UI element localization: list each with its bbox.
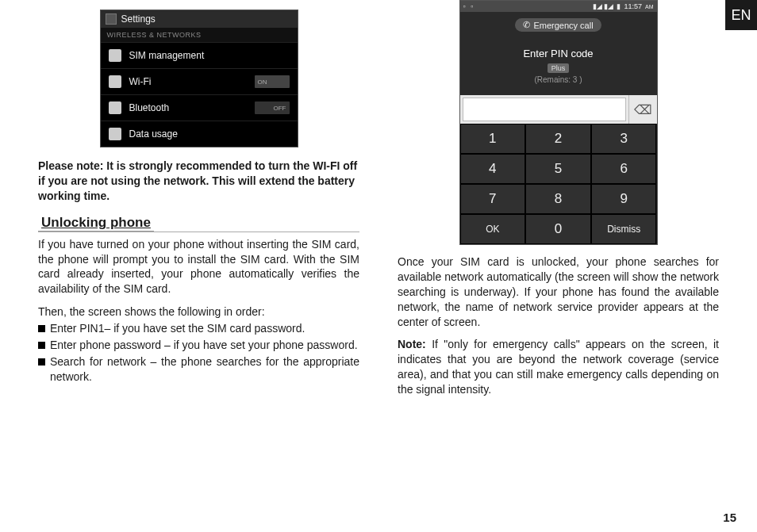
right-column: ▫ ▫ ▮◢ ▮◢ ▮ 11:57 AM ✆ Emergency call En… [398, 0, 719, 405]
signal-icon: ▮◢ ▮◢ [593, 2, 614, 10]
status-ampm: AM [645, 4, 654, 10]
key-1[interactable]: 1 [460, 124, 526, 154]
wifi-toggle[interactable]: ON [255, 75, 290, 88]
pin-input-row: ⌫ [460, 95, 657, 124]
sim-management-row[interactable]: SIM management [101, 42, 298, 68]
language-tab: EN [725, 0, 757, 30]
key-0[interactable]: 0 [525, 214, 591, 244]
bluetooth-icon [109, 101, 121, 114]
list-item: Search for network – the phone searches … [38, 354, 359, 385]
wifi-row[interactable]: Wi-Fi ON [101, 68, 298, 94]
key-dismiss[interactable]: Dismiss [591, 214, 657, 244]
status-time: 11:57 [624, 2, 642, 10]
remains-label: (Remains: 3 ) [460, 75, 657, 84]
right-para-1: Once your SIM card is unlocked, your pho… [398, 255, 719, 329]
key-2[interactable]: 2 [525, 124, 591, 154]
key-3[interactable]: 3 [591, 124, 657, 154]
page-number: 15 [723, 511, 736, 524]
unlocking-steps-list: Enter PIN1– if you have set the SIM card… [38, 321, 359, 385]
backspace-button[interactable]: ⌫ [628, 95, 657, 124]
data-usage-icon [109, 128, 121, 140]
settings-category: WIRELESS & NETWORKS [101, 28, 298, 42]
battery-icon: ▮ [617, 2, 621, 10]
unlocking-para-2: Then, the screen shows the following in … [38, 304, 359, 320]
backspace-icon: ⌫ [634, 102, 652, 117]
note-label: Note: [398, 338, 426, 350]
pin-keypad: 1 2 3 4 5 6 7 8 9 OK 0 Dismiss [460, 124, 657, 244]
bullet-text-2: Enter phone password – if you have set y… [50, 338, 359, 353]
right-note: Note: If "only for emergency calls" appe… [398, 337, 719, 397]
bullet-text-1: Enter PIN1– if you have set the SIM card… [50, 321, 359, 336]
section-title-unlocking: Unlocking phone [38, 215, 154, 232]
pin-prompt: Enter PIN code Plus (Remains: 3 ) [460, 40, 657, 95]
sim-label: SIM management [129, 50, 290, 61]
key-8[interactable]: 8 [525, 184, 591, 214]
data-usage-row[interactable]: Data usage [101, 121, 298, 147]
bullet-square-icon [38, 325, 45, 332]
wifi-label: Wi-Fi [129, 76, 255, 87]
list-item: Enter PIN1– if you have set the SIM card… [38, 321, 359, 336]
key-4[interactable]: 4 [460, 154, 526, 184]
bullet-text-3: Search for network – the phone searches … [50, 354, 359, 385]
emergency-call-label: Emergency call [533, 21, 593, 30]
wifi-icon [109, 75, 121, 88]
left-column: Settings WIRELESS & NETWORKS SIM managem… [38, 0, 359, 405]
settings-icon [106, 13, 117, 25]
bullet-square-icon [38, 342, 45, 349]
key-9[interactable]: 9 [591, 184, 657, 214]
key-6[interactable]: 6 [591, 154, 657, 184]
wifi-recommendation-note: Please note: It is strongly recommended … [38, 159, 359, 204]
pin-screenshot: ▫ ▫ ▮◢ ▮◢ ▮ 11:57 AM ✆ Emergency call En… [459, 0, 658, 245]
note-body: If "only for emergency calls" appears on… [398, 338, 719, 396]
unlocking-para-1: If you have turned on your phone without… [38, 237, 359, 297]
list-item: Enter phone password – if you have set y… [38, 338, 359, 353]
sim-badge: Plus [548, 63, 570, 73]
key-7[interactable]: 7 [460, 184, 526, 214]
key-ok[interactable]: OK [460, 214, 526, 244]
enter-pin-label: Enter PIN code [460, 48, 657, 59]
bluetooth-row[interactable]: Bluetooth OFF [101, 94, 298, 121]
settings-titlebar: Settings [101, 10, 298, 28]
pin-input[interactable] [463, 98, 626, 121]
settings-title: Settings [121, 13, 156, 25]
emergency-call-wrap: ✆ Emergency call [460, 12, 657, 40]
bullet-square-icon [38, 358, 45, 366]
phone-icon: ✆ [523, 20, 530, 30]
bluetooth-toggle[interactable]: OFF [255, 101, 290, 114]
status-bar: ▫ ▫ ▮◢ ▮◢ ▮ 11:57 AM [460, 1, 657, 12]
settings-screenshot: Settings WIRELESS & NETWORKS SIM managem… [100, 10, 298, 147]
bluetooth-label: Bluetooth [129, 102, 255, 113]
sim-icon [109, 49, 121, 62]
emergency-call-button[interactable]: ✆ Emergency call [515, 18, 601, 32]
key-5[interactable]: 5 [525, 154, 591, 184]
status-notification-icons: ▫ ▫ [463, 2, 475, 10]
data-usage-label: Data usage [129, 128, 290, 140]
